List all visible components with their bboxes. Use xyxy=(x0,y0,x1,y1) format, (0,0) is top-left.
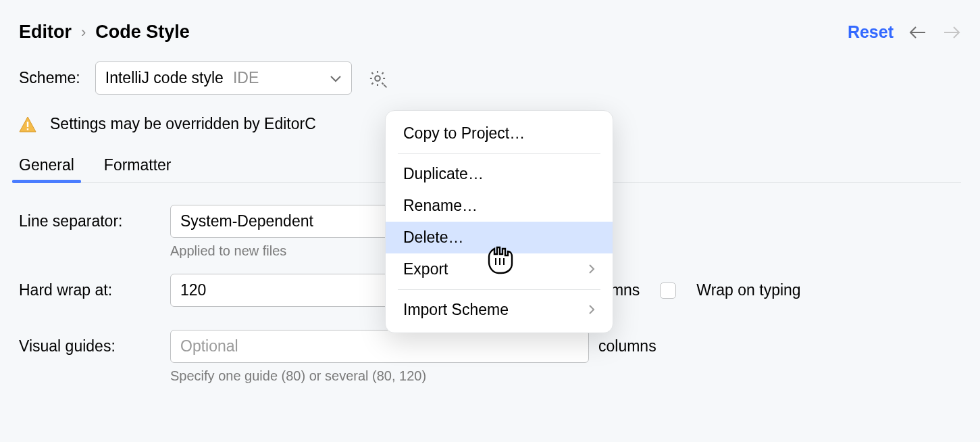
scheme-label: Scheme: xyxy=(19,69,80,87)
chevron-right-icon: › xyxy=(81,24,86,41)
visual-guides-after: columns xyxy=(598,337,961,355)
scheme-select[interactable]: IntelliJ code style IDE xyxy=(95,62,352,95)
menu-item-label: Copy to Project… xyxy=(403,124,525,143)
chevron-right-icon xyxy=(588,301,595,319)
header-actions: Reset xyxy=(848,22,961,42)
breadcrumb-item-editor[interactable]: Editor xyxy=(19,22,72,43)
back-button[interactable] xyxy=(908,23,927,42)
hard-wrap-label: Hard wrap at: xyxy=(19,281,161,299)
scheme-actions-button[interactable] xyxy=(367,68,388,89)
menu-item-export[interactable]: Export xyxy=(386,253,613,285)
scheme-scope-tag: IDE xyxy=(233,69,259,87)
header: Editor › Code Style Reset xyxy=(19,22,961,43)
visual-guides-input[interactable]: Optional xyxy=(170,330,589,363)
menu-item-duplicate[interactable]: Duplicate… xyxy=(386,158,613,190)
wrap-on-typing-label: Wrap on typing xyxy=(696,281,800,299)
forward-button[interactable] xyxy=(942,23,961,42)
line-separator-value: System-Dependent xyxy=(180,212,313,230)
scheme-value: IntelliJ code style xyxy=(105,69,224,87)
warning-text: Settings may be overridden by EditorC xyxy=(50,115,316,133)
svg-point-2 xyxy=(375,76,380,80)
menu-item-label: Export xyxy=(403,260,448,278)
arrow-left-icon xyxy=(908,26,927,39)
svg-rect-3 xyxy=(27,122,28,127)
arrow-right-icon xyxy=(942,26,961,39)
visual-guides-label: Visual guides: xyxy=(19,337,161,355)
visual-guides-help: Specify one guide (80) or several (80, 1… xyxy=(170,368,961,384)
menu-item-import-scheme[interactable]: Import Scheme xyxy=(386,294,613,326)
warning-icon xyxy=(19,116,36,132)
hard-wrap-value: 120 xyxy=(180,281,206,299)
tab-formatter[interactable]: Formatter xyxy=(104,156,172,182)
chevron-down-icon xyxy=(330,69,342,87)
menu-item-label: Duplicate… xyxy=(403,165,484,183)
menu-item-rename[interactable]: Rename… xyxy=(386,190,613,222)
visual-guides-placeholder: Optional xyxy=(180,337,238,355)
visual-guides-unit: columns xyxy=(598,337,656,355)
menu-separator xyxy=(398,153,600,154)
breadcrumb: Editor › Code Style xyxy=(19,22,190,43)
wrap-on-typing-checkbox[interactable] xyxy=(660,283,676,299)
tab-general[interactable]: General xyxy=(19,156,74,182)
reset-button[interactable]: Reset xyxy=(848,22,894,42)
menu-item-label: Delete… xyxy=(403,228,463,247)
scheme-row: Scheme: IntelliJ code style IDE xyxy=(19,62,961,95)
menu-item-copy-to-project[interactable]: Copy to Project… xyxy=(386,118,613,149)
menu-separator xyxy=(398,289,600,290)
settings-page: Editor › Code Style Reset Scheme: xyxy=(0,0,980,392)
hard-wrap-after: lumns Wrap on typing xyxy=(598,281,961,299)
chevron-right-icon xyxy=(588,260,595,278)
menu-item-delete[interactable]: Delete… xyxy=(386,222,613,253)
gear-icon xyxy=(368,69,387,88)
line-separator-label: Line separator: xyxy=(19,212,161,230)
svg-rect-4 xyxy=(27,128,28,130)
scheme-actions-menu: Copy to Project… Duplicate… Rename… Dele… xyxy=(385,110,613,333)
menu-item-label: Rename… xyxy=(403,197,478,215)
menu-item-label: Import Scheme xyxy=(403,301,509,319)
breadcrumb-item-code-style[interactable]: Code Style xyxy=(95,22,190,43)
